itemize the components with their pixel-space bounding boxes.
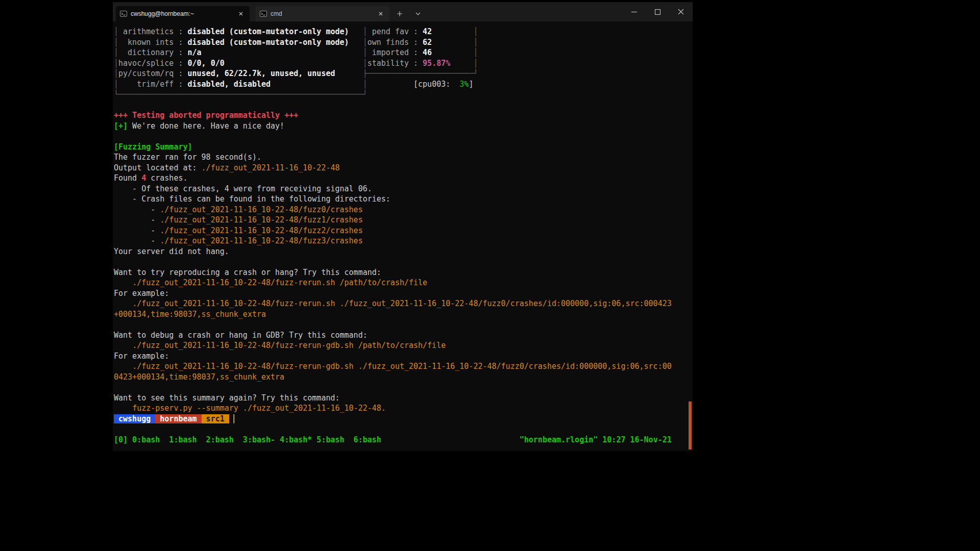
- terminal-line: Your server did not hang.: [114, 246, 693, 257]
- terminal-line: │ dictionary : n/a │ imported : 46 │: [114, 47, 693, 58]
- terminal-line: [114, 257, 693, 267]
- minimize-button[interactable]: [622, 2, 646, 21]
- terminal-line: - Crash files can be found in the follow…: [114, 194, 693, 205]
- terminal-line: [114, 382, 693, 393]
- terminal-line: 0423+000134,time:98037,ss_chunk_extra: [114, 372, 693, 383]
- tab-close-icon[interactable]: [236, 9, 246, 18]
- terminal-line: ./fuzz_out_2021-11-16_10-22-48/fuzz-reru…: [114, 278, 693, 288]
- terminal-line: fuzz-pserv.py --summary ./fuzz_out_2021-…: [114, 403, 693, 414]
- terminal-line: +000134,time:98037,ss_chunk_extra: [114, 309, 693, 320]
- terminal-line: │ known ints : disabled (custom-mutator-…: [114, 37, 693, 48]
- tab-dropdown-button[interactable]: [410, 6, 426, 21]
- terminal-output: │ arithmetics : disabled (custom-mutator…: [114, 27, 693, 445]
- maximize-icon: [655, 9, 660, 15]
- terminal-line: │ arithmetics : disabled (custom-mutator…: [114, 27, 693, 37]
- cmd-icon: [260, 11, 267, 17]
- terminal-line: │py/custom/rq : unused, 62/22.7k, unused…: [114, 68, 693, 79]
- terminal-line: - ./fuzz_out_2021-11-16_10-22-48/fuzz1/c…: [114, 215, 693, 226]
- terminal-line: [114, 319, 693, 330]
- terminal-window: cwshugg@hornbeam:~ cmd: [113, 2, 693, 451]
- scrollbar[interactable]: [688, 21, 693, 451]
- terminal-line: │ trim/eff : disabled, disabled │ [cpu00…: [114, 79, 693, 90]
- terminal-line: +++ Testing aborted programmatically +++: [114, 110, 693, 121]
- terminal-viewport[interactable]: │ arithmetics : disabled (custom-mutator…: [113, 21, 693, 451]
- terminal-line: │havoc/splice : 0/0, 0/0 │stability : 95…: [114, 58, 693, 69]
- maximize-button[interactable]: [646, 2, 669, 21]
- terminal-line: - ./fuzz_out_2021-11-16_10-22-48/fuzz2/c…: [114, 226, 693, 236]
- terminal-line: ./fuzz_out_2021-11-16_10-22-48/fuzz-reru…: [114, 361, 693, 372]
- terminal-line: Want to debug a crash or hang in GDB? Tr…: [114, 330, 693, 341]
- terminal-line: ./fuzz_out_2021-11-16_10-22-48/fuzz-reru…: [114, 340, 693, 351]
- tab-close-icon[interactable]: [376, 9, 385, 18]
- terminal-line: [0] 0:bash 1:bash 2:bash 3:bash- 4:bash*…: [114, 435, 693, 445]
- terminal-line: [114, 424, 693, 435]
- terminal-line: ./fuzz_out_2021-11-16_10-22-48/fuzz-reru…: [114, 298, 693, 309]
- terminal-line: [114, 131, 693, 142]
- terminal-line: └───────────────────────────────────────…: [114, 89, 693, 100]
- cmd-icon: [120, 11, 127, 17]
- minimize-icon: [631, 9, 637, 15]
- tab-cwshugg-hornbeam[interactable]: cwshugg@hornbeam:~: [116, 6, 250, 21]
- tab-cmd[interactable]: cmd: [256, 6, 389, 21]
- terminal-line: cwshugg hornbeam src1 ▏: [114, 414, 693, 424]
- plus-icon: [397, 11, 403, 17]
- terminal-line: Found 4 crashes.: [114, 173, 693, 184]
- window-controls: [622, 2, 693, 21]
- scrollbar-thumb[interactable]: [689, 402, 692, 449]
- terminal-line: [+] We're done here. Have a nice day!: [114, 121, 693, 132]
- close-icon: [678, 9, 684, 15]
- new-tab-button[interactable]: [391, 6, 408, 21]
- terminal-line: - Of these crashes, 4 were from receivin…: [114, 184, 693, 194]
- tab-title: cmd: [271, 10, 373, 17]
- close-button[interactable]: [669, 2, 693, 21]
- terminal-line: - ./fuzz_out_2021-11-16_10-22-48/fuzz3/c…: [114, 236, 693, 246]
- tab-bar: cwshugg@hornbeam:~ cmd: [113, 2, 693, 21]
- terminal-line: For example:: [114, 288, 693, 299]
- terminal-line: For example:: [114, 351, 693, 362]
- terminal-line: The fuzzer ran for 98 second(s).: [114, 152, 693, 163]
- terminal-line: Output located at: ./fuzz_out_2021-11-16…: [114, 163, 693, 173]
- terminal-line: - ./fuzz_out_2021-11-16_10-22-48/fuzz0/c…: [114, 205, 693, 215]
- chevron-down-icon: [415, 12, 421, 15]
- terminal-line: [114, 100, 693, 111]
- terminal-line: Want to see this summary again? Try this…: [114, 393, 693, 404]
- terminal-line: [Fuzzing Summary]: [114, 142, 693, 153]
- terminal-line: Want to try reproducing a crash or hang?…: [114, 267, 693, 278]
- tab-title: cwshugg@hornbeam:~: [131, 10, 233, 17]
